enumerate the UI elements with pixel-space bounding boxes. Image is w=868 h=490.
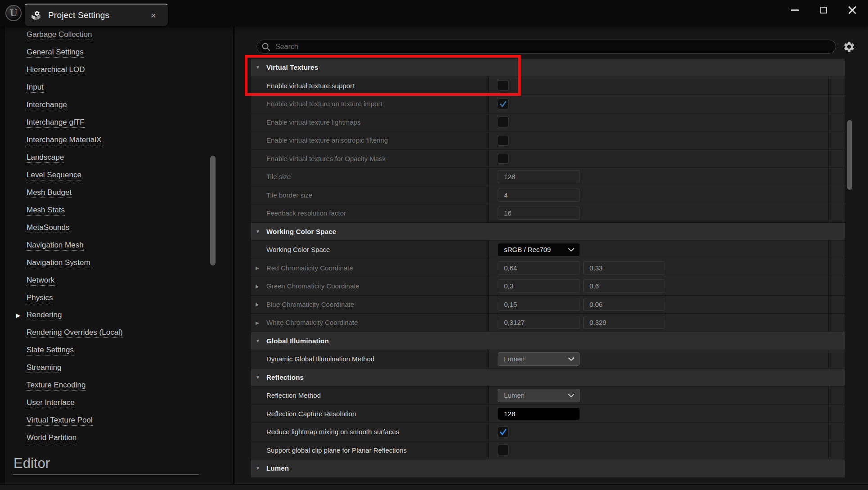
checkbox[interactable] — [498, 117, 508, 127]
expand-row-icon[interactable]: ▶ — [256, 302, 259, 307]
expand-row-icon[interactable]: ▶ — [256, 283, 259, 288]
sidebar-item-interchange-gltf[interactable]: Interchange glTF — [5, 114, 212, 132]
text-field-y[interactable]: 0,329 — [583, 316, 665, 329]
setting-extra-cell — [829, 405, 845, 423]
maximize-button[interactable] — [813, 0, 834, 20]
sidebar-item-label: Mesh Stats — [27, 206, 65, 216]
setting-row-tile-size: Tile size128 — [251, 168, 845, 186]
setting-label-cell: Enable virtual texture lightmaps — [251, 113, 489, 131]
text-field[interactable]: 16 — [498, 207, 580, 220]
sidebar-item-texture-encoding[interactable]: Texture Encoding — [5, 377, 212, 395]
text-field[interactable]: 128 — [498, 407, 580, 420]
dropdown-value: sRGB / Rec709 — [504, 246, 551, 253]
dropdown-select[interactable]: Lumen — [498, 389, 580, 402]
sidebar-item-world-partition[interactable]: World Partition — [5, 430, 212, 447]
dropdown-select[interactable]: sRGB / Rec709 — [498, 243, 580, 256]
setting-label-cell: Tile size — [251, 168, 489, 186]
dropdown-select[interactable]: Lumen — [498, 352, 580, 366]
sidebar-item-general-settings[interactable]: General Settings — [5, 44, 212, 62]
checkbox[interactable] — [498, 99, 508, 109]
section-header-global-illumination[interactable]: ▼Global Illumination — [251, 332, 845, 351]
sidebar-item-landscape[interactable]: Landscape — [5, 149, 212, 167]
sidebar-item-input[interactable]: Input — [5, 79, 212, 97]
setting-row-blue-chromaticity-coordinate: ▶Blue Chromaticity Coordinate0,150,06 — [251, 296, 845, 314]
text-field-value: 0,15 — [504, 301, 517, 308]
checkbox[interactable] — [498, 445, 508, 455]
dropdown-value: Lumen — [504, 391, 525, 399]
minimize-icon — [791, 9, 799, 11]
search-input[interactable] — [274, 42, 836, 51]
text-field-x[interactable]: 0,15 — [498, 298, 580, 311]
text-field[interactable]: 128 — [498, 170, 580, 183]
setting-extra-cell — [829, 150, 845, 168]
tab-close-icon[interactable]: ✕ — [150, 12, 156, 19]
sidebar-item-rendering[interactable]: ▶Rendering — [5, 307, 212, 324]
sidebar-item-level-sequence[interactable]: Level Sequence — [5, 167, 212, 184]
text-field-x[interactable]: 0,64 — [498, 261, 580, 274]
text-field-y[interactable]: 0,33 — [583, 261, 665, 274]
section-header-reflections[interactable]: ▼Reflections — [251, 369, 845, 387]
sidebar-item-user-interface[interactable]: User Interface — [5, 395, 212, 412]
section-collapse-icon: ▼ — [256, 229, 262, 234]
sidebar-item-interchange-materialx[interactable]: Interchange MaterialX — [5, 132, 212, 149]
text-field-value: 128 — [504, 410, 515, 418]
search-icon — [261, 42, 270, 51]
checkbox[interactable] — [498, 427, 508, 437]
sidebar-item-slate-settings[interactable]: Slate Settings — [5, 342, 212, 360]
sidebar-item-virtual-texture-pool[interactable]: Virtual Texture Pool — [5, 412, 212, 430]
sidebar-item-navigation-system[interactable]: Navigation System — [5, 254, 212, 272]
settings-gear-icon[interactable] — [843, 40, 855, 53]
sidebar-item-streaming[interactable]: Streaming — [5, 360, 212, 377]
checkbox[interactable] — [498, 135, 508, 146]
setting-value-cell: sRGB / Rec709 — [489, 241, 829, 259]
setting-label-cell: Feedback resolution factor — [251, 204, 489, 222]
sidebar-item-hierarchical-lod[interactable]: Hierarchical LOD — [5, 62, 212, 79]
sidebar-item-rendering-overrides-local[interactable]: Rendering Overrides (Local) — [5, 324, 212, 342]
editor-section-divider — [13, 474, 199, 475]
sidebar-item-mesh-budget[interactable]: Mesh Budget — [5, 184, 212, 202]
setting-row-tile-border-size: Tile border size4 — [251, 186, 845, 205]
setting-label: Green Chromaticity Coordinate — [266, 282, 360, 290]
sidebar-item-label: User Interface — [27, 398, 75, 408]
sidebar-item-mesh-stats[interactable]: Mesh Stats — [5, 202, 212, 219]
setting-value-cell — [489, 95, 829, 113]
text-field-x[interactable]: 0,3127 — [498, 316, 580, 329]
expand-row-icon[interactable]: ▶ — [256, 265, 259, 270]
setting-label-cell: Enable virtual texture on texture import — [251, 95, 489, 113]
setting-extra-cell — [829, 259, 845, 277]
setting-label-cell: Enable virtual texture anisotropic filte… — [251, 131, 489, 149]
sidebar-item-network[interactable]: Network — [5, 272, 212, 289]
text-field-y[interactable]: 0,6 — [583, 279, 665, 292]
setting-extra-cell — [829, 350, 845, 368]
dropdown-value: Lumen — [504, 355, 525, 363]
close-button[interactable] — [842, 0, 863, 20]
text-field[interactable]: 4 — [498, 189, 580, 202]
sidebar-scrollbar-thumb[interactable] — [210, 156, 216, 265]
chevron-down-icon — [568, 247, 574, 253]
sidebar-item-physics[interactable]: Physics — [5, 289, 212, 307]
project-settings-window: U Project Settings ✕ Garbage CollectionG… — [0, 0, 868, 490]
section-header-working-color-space[interactable]: ▼Working Color Space — [251, 223, 845, 241]
setting-extra-cell — [829, 423, 845, 441]
section-header-lumen[interactable]: ▼Lumen — [251, 459, 845, 478]
setting-label: Working Color Space — [266, 246, 330, 253]
text-field-y[interactable]: 0,06 — [583, 298, 665, 311]
sidebar-item-label: Hierarchical LOD — [27, 65, 85, 75]
checkbox[interactable] — [498, 153, 508, 164]
unreal-engine-logo-icon[interactable]: U — [5, 5, 22, 21]
sidebar-item-navigation-mesh[interactable]: Navigation Mesh — [5, 237, 212, 254]
sidebar-item-interchange[interactable]: Interchange — [5, 97, 212, 114]
project-settings-tab-icon — [30, 9, 42, 21]
setting-row-reduce-lightmap-mixing-on-smooth-surfaces: Reduce lightmap mixing on smooth surface… — [251, 423, 845, 441]
main-scrollbar-thumb[interactable] — [847, 120, 852, 190]
tab-project-settings[interactable]: Project Settings ✕ — [24, 4, 169, 27]
checkbox[interactable] — [498, 80, 508, 91]
sidebar-item-metasounds[interactable]: MetaSounds — [5, 219, 212, 237]
expand-row-icon[interactable]: ▶ — [256, 320, 259, 325]
section-header-virtual-textures[interactable]: ▼Virtual Textures — [251, 58, 845, 77]
minimize-button[interactable] — [784, 0, 805, 20]
text-field-x[interactable]: 0,3 — [498, 279, 580, 292]
sidebar-item-garbage-collection[interactable]: Garbage Collection — [5, 27, 212, 44]
setting-value-cell: 4 — [489, 186, 829, 204]
setting-row-support-global-clip-plane-for-planar-reflections: Support global clip plane for Planar Ref… — [251, 441, 845, 460]
